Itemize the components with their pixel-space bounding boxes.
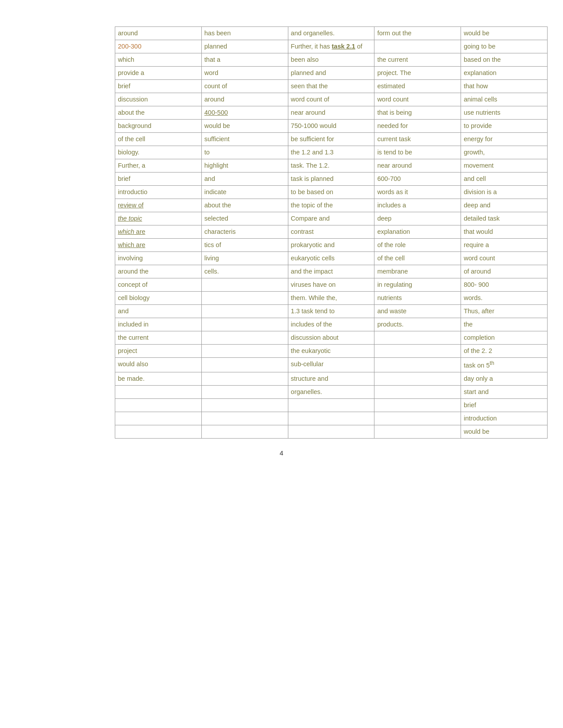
table-row: Further, ahighlighttask. The 1.2.near ar… bbox=[115, 159, 548, 173]
table-cell: be made. bbox=[115, 372, 202, 386]
table-cell: involving bbox=[115, 252, 202, 265]
table-cell bbox=[374, 331, 461, 345]
table-cell: structure and bbox=[288, 372, 374, 386]
table-row: introductioindicateto be based onwords a… bbox=[115, 186, 548, 199]
table-cell: sub-cellular bbox=[288, 358, 374, 372]
table-row: biology.tothe 1.2 and 1.3is tend to begr… bbox=[115, 146, 548, 159]
table-cell bbox=[374, 372, 461, 386]
table-row: would be bbox=[115, 425, 548, 439]
table-row: which arecharacteriscontrastexplanationt… bbox=[115, 225, 548, 239]
table-cell bbox=[115, 425, 202, 439]
table-cell: and organelles. bbox=[288, 27, 374, 40]
table-cell: task. The 1.2. bbox=[288, 159, 374, 173]
table-cell bbox=[288, 412, 374, 425]
table-row: whichthat abeen alsothe currentbased on … bbox=[115, 53, 548, 67]
table-cell: start and bbox=[461, 386, 548, 399]
table-cell: nutrients bbox=[374, 292, 461, 305]
table-cell: near around bbox=[288, 106, 374, 120]
table-cell: introduction bbox=[461, 412, 548, 425]
table-cell: task is planned bbox=[288, 173, 374, 186]
table-cell: planned bbox=[201, 40, 288, 53]
table-cell: been also bbox=[288, 53, 374, 67]
table-cell: of the cell bbox=[374, 252, 461, 265]
table-row: which aretics ofprokaryotic andof the ro… bbox=[115, 239, 548, 252]
table-cell: which are bbox=[115, 225, 202, 239]
table-cell: about the bbox=[115, 106, 202, 120]
table-cell: current task bbox=[374, 133, 461, 146]
table-cell: that how bbox=[461, 80, 548, 93]
table-row: brief bbox=[115, 399, 548, 412]
table-cell: word bbox=[201, 67, 288, 80]
table-row: provide awordplanned andproject. Theexpl… bbox=[115, 67, 548, 80]
page-container: aroundhas beenand organelles.form out th… bbox=[0, 0, 563, 728]
table-cell: Further, a bbox=[115, 159, 202, 173]
table-cell: form out the bbox=[374, 27, 461, 40]
table-cell bbox=[201, 358, 288, 372]
table-cell: characteris bbox=[201, 225, 288, 239]
table-cell bbox=[374, 386, 461, 399]
table-cell: seen that the bbox=[288, 80, 374, 93]
table-cell: which are bbox=[115, 239, 202, 252]
table-cell: 200-300 bbox=[115, 40, 202, 53]
table-cell: highlight bbox=[201, 159, 288, 173]
table-cell: would be bbox=[201, 120, 288, 133]
table-row: aroundhas beenand organelles.form out th… bbox=[115, 27, 548, 40]
table-row: of the cellsufficientbe sufficient forcu… bbox=[115, 133, 548, 146]
table-cell: the 1.2 and 1.3 bbox=[288, 146, 374, 159]
table-cell: the current bbox=[115, 331, 202, 345]
table-cell: cells. bbox=[201, 265, 288, 278]
table-cell bbox=[201, 305, 288, 318]
table-cell bbox=[374, 412, 461, 425]
table-cell: sufficient bbox=[201, 133, 288, 146]
table-cell: organelles. bbox=[288, 386, 374, 399]
table-cell: 1.3 task tend to bbox=[288, 305, 374, 318]
table-cell bbox=[201, 372, 288, 386]
table-row: about the400-500near aroundthat is being… bbox=[115, 106, 548, 120]
table-row: concept ofviruses have onin regulating80… bbox=[115, 278, 548, 292]
table-cell: includes of the bbox=[288, 318, 374, 331]
table-cell: that would bbox=[461, 225, 548, 239]
table-cell: of the cell bbox=[115, 133, 202, 146]
table-cell: word count of bbox=[288, 93, 374, 106]
table-cell: around bbox=[201, 93, 288, 106]
table-cell bbox=[374, 345, 461, 358]
table-cell bbox=[201, 318, 288, 331]
table-cell: review of bbox=[115, 199, 202, 212]
table-row: would alsosub-cellulartask on 5th bbox=[115, 358, 548, 372]
table-cell: the bbox=[461, 318, 548, 331]
table-cell: 400-500 bbox=[201, 106, 288, 120]
table-cell bbox=[201, 345, 288, 358]
table-cell: day only a bbox=[461, 372, 548, 386]
table-cell: eukaryotic cells bbox=[288, 252, 374, 265]
table-cell: living bbox=[201, 252, 288, 265]
table-cell: products. bbox=[374, 318, 461, 331]
table-cell bbox=[115, 386, 202, 399]
table-cell bbox=[374, 399, 461, 412]
table-cell: explanation bbox=[374, 225, 461, 239]
table-cell: animal cells bbox=[461, 93, 548, 106]
table-cell bbox=[115, 412, 202, 425]
table-cell: brief bbox=[115, 80, 202, 93]
page-number: 4 bbox=[26, 449, 537, 457]
table-cell: about the bbox=[201, 199, 288, 212]
table-row: be made.structure andday only a bbox=[115, 372, 548, 386]
table-cell: that is being bbox=[374, 106, 461, 120]
table-cell: 600-700 bbox=[374, 173, 461, 186]
table-cell: in regulating bbox=[374, 278, 461, 292]
table-row: backgroundwould be750-1000 wouldneeded f… bbox=[115, 120, 548, 133]
table-cell: contrast bbox=[288, 225, 374, 239]
table-cell: and cell bbox=[461, 173, 548, 186]
table-row: the currentdiscussion aboutcompletion bbox=[115, 331, 548, 345]
table-cell: 800- 900 bbox=[461, 278, 548, 292]
table-cell: brief bbox=[461, 399, 548, 412]
table-cell: growth, bbox=[461, 146, 548, 159]
table-cell bbox=[288, 425, 374, 439]
table-cell: words. bbox=[461, 292, 548, 305]
table-cell: needed for bbox=[374, 120, 461, 133]
table-cell: prokaryotic and bbox=[288, 239, 374, 252]
table-cell: viruses have on bbox=[288, 278, 374, 292]
table-cell: project bbox=[115, 345, 202, 358]
table-cell: completion bbox=[461, 331, 548, 345]
table-cell: Compare and bbox=[288, 212, 374, 225]
table-row: discussionaroundword count ofword counta… bbox=[115, 93, 548, 106]
